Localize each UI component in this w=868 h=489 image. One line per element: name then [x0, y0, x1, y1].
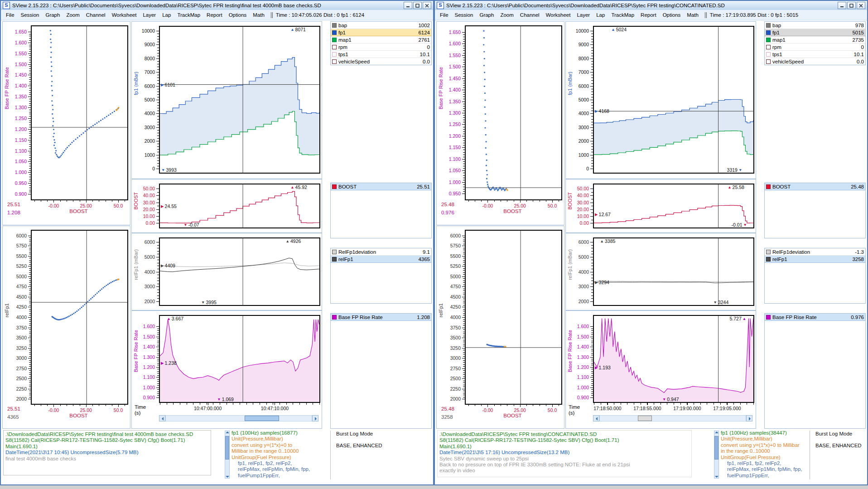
- relfp-time-chart: relFp1 (mBar) ▲4926▶4409▼3995 6000500040…: [131, 233, 322, 310]
- fp1-plot[interactable]: ▲8071▶6101▼3993: [159, 26, 320, 174]
- scatter1-plot[interactable]: [465, 25, 562, 200]
- menu-item-session[interactable]: Session: [452, 12, 477, 18]
- menu-item-options[interactable]: Options: [660, 12, 684, 18]
- menu-item-graph[interactable]: Graph: [476, 12, 497, 18]
- menu-item-layer[interactable]: Layer: [140, 12, 159, 18]
- menu-item-lap[interactable]: Lap: [593, 12, 608, 18]
- titlebar[interactable]: S SView 2.15.223 : C:\Users\Public\Docum…: [1, 1, 433, 10]
- tick: [29, 301, 31, 301]
- menu-item-graph[interactable]: Graph: [42, 12, 63, 18]
- channel-row[interactable]: vehicleSpeed0.0: [765, 58, 865, 65]
- tick: [157, 385, 159, 386]
- scatter2-plot[interactable]: [31, 230, 128, 405]
- menu-item-layer[interactable]: Layer: [574, 12, 593, 18]
- scroll-right-icon[interactable]: [312, 415, 318, 421]
- menu-item-report[interactable]: Report: [637, 12, 660, 18]
- maximize-button[interactable]: [413, 2, 422, 9]
- menu-item-math[interactable]: Math: [250, 12, 268, 18]
- menu-item-trackmap[interactable]: TrackMap: [608, 12, 637, 18]
- menu-item-worksheet[interactable]: Worksheet: [109, 12, 140, 18]
- tick: [29, 387, 31, 387]
- channel-row[interactable]: fp16124: [331, 29, 431, 36]
- channel-row[interactable]: map12761: [331, 36, 431, 44]
- close-button[interactable]: [423, 2, 431, 9]
- tick: [299, 403, 300, 405]
- time-scrollbar[interactable]: [159, 415, 318, 421]
- scroll-thumb[interactable]: [225, 436, 229, 460]
- scatter1-plot[interactable]: [31, 25, 128, 200]
- scroll-down-icon[interactable]: [715, 476, 719, 478]
- channel-info-scrollbar[interactable]: [714, 431, 719, 479]
- scroll-left-icon[interactable]: [159, 415, 165, 421]
- menu-item-lap[interactable]: Lap: [159, 12, 174, 18]
- log-file-info[interactable]: .\DownloadedData\RICESP\Sytec FPR testin…: [3, 430, 211, 475]
- scroll-up-icon[interactable]: [715, 431, 719, 433]
- relfp-plot[interactable]: ▲3385▶3294▼3244: [593, 237, 754, 306]
- menu-item-session[interactable]: Session: [18, 12, 43, 18]
- maximize-button[interactable]: [847, 2, 856, 9]
- log-file-info[interactable]: .\DownloadedData\RICESP\Sytec FPR testin…: [437, 430, 692, 477]
- menu-item-zoom[interactable]: Zoom: [63, 12, 82, 18]
- close-button[interactable]: [857, 2, 865, 9]
- tick-label: 1.600: [3, 40, 27, 45]
- titlebar[interactable]: S SView 2.15.223 : C:\Users\Public\Docum…: [435, 1, 867, 10]
- time-scrollbar[interactable]: [593, 415, 752, 421]
- scatter-relfp-vs-boost: relFp1 BOOST 25.48 3258 6000575055005250…: [436, 226, 564, 429]
- fp1-plot[interactable]: ▲5024▶41683319▼: [593, 26, 754, 174]
- menu-item-worksheet[interactable]: Worksheet: [543, 12, 574, 18]
- basefp-plot[interactable]: 5.727▲▶1.193▼0.947: [593, 315, 754, 403]
- minimize-button[interactable]: [838, 2, 846, 9]
- scroll-up-icon[interactable]: [226, 431, 229, 433]
- channel-row[interactable]: rpm0: [331, 44, 431, 51]
- channel-info-scrollbar[interactable]: [225, 431, 230, 479]
- scatter2-plot[interactable]: [465, 230, 562, 405]
- channel-row[interactable]: RelFp1deviation9.1: [331, 248, 431, 256]
- menu-item-file[interactable]: File: [3, 12, 18, 18]
- scroll-thumb[interactable]: [638, 416, 652, 421]
- menu-item-file[interactable]: File: [437, 12, 452, 18]
- tick: [187, 403, 187, 405]
- scroll-track[interactable]: [599, 415, 746, 421]
- menu-item-trackmap[interactable]: TrackMap: [174, 12, 203, 18]
- channel-row[interactable]: bap1002: [331, 22, 431, 29]
- scroll-thumb[interactable]: [245, 416, 279, 421]
- tick-label: 20.00: [132, 207, 155, 212]
- menu-item-options[interactable]: Options: [226, 12, 250, 18]
- relfp-plot[interactable]: ▲4926▶4409▼3995: [159, 237, 320, 306]
- channel-row[interactable]: vehicleSpeed0.0: [331, 58, 431, 65]
- scroll-left-icon[interactable]: [593, 415, 599, 421]
- scroll-track[interactable]: [165, 415, 312, 421]
- menu-item-math[interactable]: Math: [684, 12, 702, 18]
- basefp-time-chart: Base FP Rise Rate ▲3.667▶1.238▼1.069 Tim…: [131, 310, 322, 429]
- tick-label: 17:18:55.000: [627, 406, 668, 411]
- boost-plot[interactable]: ▲45.92▶24.55▼-0.07: [159, 184, 320, 228]
- minimize-button[interactable]: [404, 2, 412, 9]
- scroll-thumb[interactable]: [714, 436, 719, 460]
- boost-plot[interactable]: ▲25.58▶12.67-0.01▼: [593, 184, 754, 228]
- scroll-right-icon[interactable]: [746, 415, 752, 421]
- channel-row[interactable]: relFp14365: [331, 256, 431, 263]
- channel-row[interactable]: map12735: [765, 36, 865, 44]
- menu-item-channel[interactable]: Channel: [83, 12, 109, 18]
- menu-item-report[interactable]: Report: [203, 12, 226, 18]
- channel-row[interactable]: Base FP Rise Rate0.976: [765, 314, 865, 321]
- channel-row[interactable]: BOOST25.51: [331, 183, 431, 190]
- footer-divider: [330, 431, 331, 479]
- channel-row[interactable]: Base FP Rise Rate1.208: [331, 314, 431, 321]
- channel-row[interactable]: tps110.1: [765, 51, 865, 58]
- channel-row[interactable]: RelFp1deviation-1.3: [765, 248, 865, 256]
- menu-item-channel[interactable]: Channel: [517, 12, 543, 18]
- tick: [157, 383, 159, 384]
- channel-row[interactable]: fp15015: [765, 29, 865, 36]
- basefp-plot[interactable]: ▲3.667▶1.238▼1.069: [159, 315, 320, 403]
- channel-row[interactable]: BOOST25.48: [765, 183, 865, 190]
- tick: [157, 42, 159, 42]
- tick: [29, 264, 31, 265]
- tick: [260, 403, 260, 405]
- scroll-down-icon[interactable]: [226, 476, 229, 478]
- channel-row[interactable]: relFp13258: [765, 256, 865, 263]
- channel-row[interactable]: rpm0: [765, 44, 865, 51]
- channel-row[interactable]: tps110.1: [331, 51, 431, 58]
- menu-item-zoom[interactable]: Zoom: [497, 12, 516, 18]
- channel-row[interactable]: bap978: [765, 22, 865, 29]
